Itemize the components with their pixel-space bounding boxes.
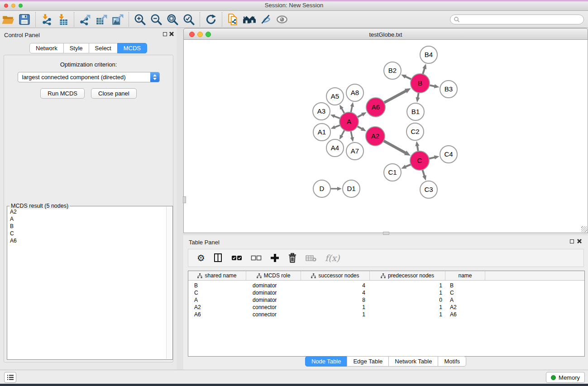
network-canvas[interactable]: B4B2BB3A8A5A6A3B1AC2A1A2A4A7C4CC1DD1C3: [184, 40, 588, 233]
hide-annotations-button[interactable]: [258, 12, 274, 27]
column-header-predecessor-nodes[interactable]: predecessor nodes: [370, 271, 445, 280]
export-image-button[interactable]: [110, 12, 126, 27]
edge-arrowhead-icon: [350, 102, 354, 107]
table-cell: 1: [370, 282, 445, 289]
delete-table-button[interactable]: [306, 254, 316, 262]
column-label: successor nodes: [318, 272, 359, 279]
search-field[interactable]: [450, 14, 584, 24]
list-item[interactable]: C: [8, 230, 166, 237]
table-row[interactable]: Adominator80A: [188, 296, 584, 304]
column-header-successor-nodes[interactable]: successor nodes: [301, 271, 370, 280]
table-panel-title: Table Panel: [189, 239, 220, 246]
control-panel-tabs: NetworkStyleSelectMCDS: [29, 43, 147, 53]
zoom-fit-button[interactable]: [164, 12, 181, 27]
result-scrollbar[interactable]: [166, 207, 172, 359]
table-options-button[interactable]: ⚙: [197, 253, 205, 262]
edge-arrowhead-icon: [416, 97, 420, 103]
network-canvas-container: B4B2BB3A8A5A6A3B1AC2A1A2A4A7C4CC1DD1C3: [183, 40, 588, 233]
column-header-shared-name[interactable]: shared name: [188, 271, 246, 280]
delete-columns-button[interactable]: [288, 253, 297, 263]
tab-motifs[interactable]: Motifs: [438, 356, 466, 367]
graph-node-label: B1: [411, 108, 420, 115]
tab-select[interactable]: Select: [89, 43, 118, 53]
edge-arrowhead-icon: [330, 114, 335, 118]
memory-button[interactable]: Memory: [546, 372, 585, 383]
annotations-slash-icon: [259, 13, 272, 26]
column-label: predecessor nodes: [388, 272, 434, 279]
tab-edge-table[interactable]: Edge Table: [347, 356, 389, 367]
table-cell: 4: [301, 282, 370, 289]
column-label: MCDS role: [264, 272, 291, 279]
edge-arrowhead-icon: [434, 84, 440, 88]
list-item[interactable]: A2: [8, 208, 166, 215]
export-table-button[interactable]: [93, 12, 110, 27]
table-row[interactable]: A2connector11A2: [188, 304, 584, 311]
tab-node-table[interactable]: Node Table: [305, 356, 348, 367]
export-table-icon: [96, 14, 107, 25]
table-row[interactable]: Cdominator41C: [188, 289, 584, 296]
table-row[interactable]: A6connector11A6: [188, 311, 584, 318]
show-column-button[interactable]: [214, 253, 223, 262]
table-cell: dominator: [246, 290, 301, 296]
list-item[interactable]: A: [8, 215, 166, 223]
float-panel-icon[interactable]: [570, 239, 574, 243]
mcds-result-list: A2ABCA6: [8, 208, 166, 359]
list-item[interactable]: A6: [8, 237, 166, 244]
function-builder-button[interactable]: f(x): [325, 253, 340, 263]
status-bar: Memory: [0, 370, 588, 384]
column-header-name[interactable]: name: [445, 271, 485, 280]
criterion-dropdown[interactable]: largest connected component (directed): [18, 72, 160, 82]
zoom-in-button[interactable]: [132, 12, 148, 27]
import-table-icon: [57, 14, 69, 25]
graph-node-label: C1: [388, 168, 397, 176]
home-icon: [243, 14, 256, 25]
open-session-button[interactable]: [0, 12, 16, 27]
splitter-handle-horizontal[interactable]: [383, 232, 389, 235]
zoom-selected-button[interactable]: [181, 12, 197, 27]
zoom-out-button[interactable]: [148, 12, 164, 27]
table-row[interactable]: Bdominator41B: [188, 282, 584, 289]
home-button[interactable]: [241, 12, 258, 27]
table-cell: 1: [301, 311, 370, 318]
tab-style[interactable]: Style: [63, 43, 89, 53]
table-cell: C: [188, 290, 246, 296]
create-column-button[interactable]: [270, 253, 279, 262]
task-history-button[interactable]: [4, 372, 16, 383]
column-label: name: [458, 272, 472, 279]
export-network-button[interactable]: [77, 12, 93, 27]
graph-edge[interactable]: [383, 91, 406, 103]
select-all-columns-button[interactable]: [231, 255, 242, 261]
toolbar-separator: [200, 12, 200, 27]
resize-grip[interactable]: [581, 226, 587, 232]
search-input[interactable]: [460, 15, 583, 24]
graph-node-label: D: [320, 185, 325, 192]
graph-node-label: A1: [318, 128, 326, 136]
splitter-handle-vertical[interactable]: [183, 196, 186, 203]
toolbar-separator: [222, 12, 222, 27]
show-graphics-details-button[interactable]: [274, 12, 290, 27]
network-window-titlebar[interactable]: testGlobe.txt: [183, 28, 588, 40]
column-header-mcds-role[interactable]: MCDS role: [246, 271, 301, 280]
graph-node-label: A: [347, 118, 351, 125]
duplicate-network-button[interactable]: [225, 12, 241, 27]
close-panel-icon[interactable]: [577, 238, 582, 244]
table-cell: A6: [445, 311, 485, 318]
close-panel-button[interactable]: Close panel: [91, 88, 137, 99]
import-network-button[interactable]: [38, 12, 55, 27]
save-session-button[interactable]: [16, 12, 33, 27]
table-cell: 1: [370, 290, 445, 296]
graph-edge[interactable]: [383, 140, 406, 153]
refresh-icon: [205, 13, 217, 26]
float-panel-icon[interactable]: [163, 32, 167, 36]
graph-node-label: C2: [411, 128, 419, 135]
unselect-all-columns-button[interactable]: [251, 255, 262, 261]
close-panel-icon[interactable]: [169, 31, 174, 37]
tab-network-table[interactable]: Network Table: [388, 356, 438, 367]
import-table-button[interactable]: [55, 12, 71, 27]
list-item[interactable]: B: [8, 223, 166, 230]
memory-status-icon: [551, 375, 556, 380]
refresh-button[interactable]: [203, 12, 219, 27]
tab-network[interactable]: Network: [29, 43, 64, 53]
run-mcds-button[interactable]: Run MCDS: [40, 88, 85, 99]
tab-mcds[interactable]: MCDS: [117, 43, 147, 53]
